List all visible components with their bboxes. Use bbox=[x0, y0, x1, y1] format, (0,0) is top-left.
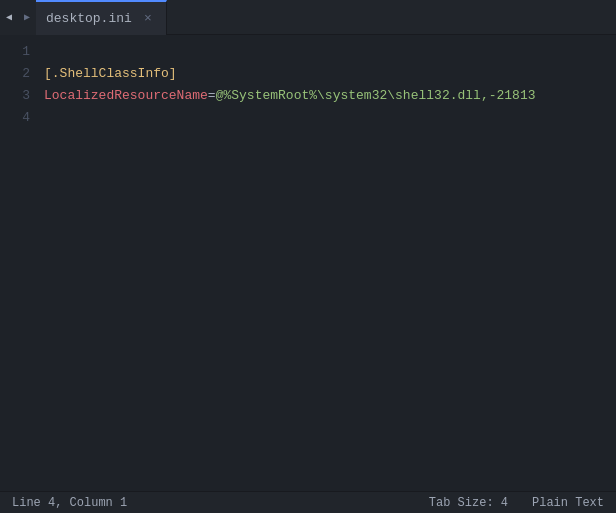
code-line-1 bbox=[44, 41, 606, 63]
code-operator: = bbox=[208, 88, 216, 103]
status-language[interactable]: Plain Text bbox=[528, 496, 608, 510]
code-line-3: LocalizedResourceName=@%SystemRoot%\syst… bbox=[44, 85, 606, 107]
tab-close-button[interactable]: × bbox=[140, 10, 156, 26]
status-tab-size[interactable]: Tab Size: 4 bbox=[425, 496, 512, 510]
tab-label: desktop.ini bbox=[46, 11, 132, 26]
status-left: Line 4, Column 1 bbox=[8, 496, 131, 510]
line-numbers: 1 2 3 4 bbox=[0, 35, 40, 491]
line-number-2: 2 bbox=[0, 63, 30, 85]
code-value: @%SystemRoot%\system32\shell32.dll,-2181… bbox=[216, 88, 536, 103]
editor-area: 1 2 3 4 [.ShellClassInfo] LocalizedResou… bbox=[0, 35, 616, 491]
code-bracket: [.ShellClassInfo] bbox=[44, 66, 177, 81]
tab-prev-button[interactable]: ◀ bbox=[0, 0, 18, 35]
status-right: Tab Size: 4 Plain Text bbox=[425, 496, 608, 510]
code-editor[interactable]: [.ShellClassInfo] LocalizedResourceName=… bbox=[40, 35, 606, 491]
tab-next-button[interactable]: ▶ bbox=[18, 0, 36, 35]
code-key: LocalizedResourceName bbox=[44, 88, 208, 103]
code-line-2: [.ShellClassInfo] bbox=[44, 63, 606, 85]
line-number-3: 3 bbox=[0, 85, 30, 107]
code-line-4 bbox=[44, 107, 606, 129]
line-number-4: 4 bbox=[0, 107, 30, 129]
file-tab[interactable]: desktop.ini × bbox=[36, 0, 167, 35]
tab-bar: ◀ ▶ desktop.ini × bbox=[0, 0, 616, 35]
line-number-1: 1 bbox=[0, 41, 30, 63]
status-bar: Line 4, Column 1 Tab Size: 4 Plain Text bbox=[0, 491, 616, 513]
status-position[interactable]: Line 4, Column 1 bbox=[8, 496, 131, 510]
scrollbar[interactable] bbox=[606, 35, 616, 491]
